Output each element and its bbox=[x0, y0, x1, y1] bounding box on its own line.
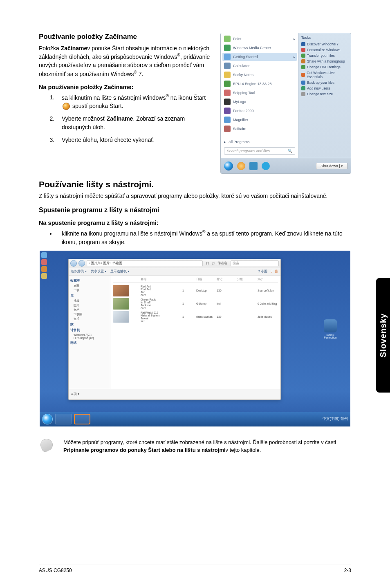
getting-started-subtitle: Na používanie položky Začíname: bbox=[39, 84, 212, 90]
task-homegroup[interactable]: Share with a homegroup bbox=[301, 58, 348, 64]
pencil-note-icon bbox=[38, 437, 55, 453]
start-menu-left-pane: Paint▸ Windows Media Center Getting Star… bbox=[221, 33, 298, 158]
desktop-right-gadget[interactable]: sound Perfection bbox=[321, 319, 340, 339]
taskbar-icon[interactable] bbox=[262, 162, 270, 170]
step-2: Vyberte možnosť Začíname. Zobrazí sa zoz… bbox=[56, 114, 212, 132]
magnifier-icon bbox=[224, 117, 231, 123]
mylogo-icon bbox=[224, 99, 231, 105]
gadget-icon[interactable] bbox=[41, 273, 47, 279]
start-item-mylogo[interactable]: MyLogo bbox=[222, 98, 297, 106]
note-text: Môžete pripnúť programy, ktoré chcete ma… bbox=[63, 439, 351, 454]
side-grp-home[interactable]: 家 bbox=[70, 323, 108, 327]
start-item-epu[interactable]: EPU-4 Engine 13.38.28 bbox=[222, 80, 297, 88]
task-add-users[interactable]: Add new users bbox=[301, 85, 348, 91]
launch-bullet: kliknite na ikonu programu na lište s ná… bbox=[56, 229, 351, 247]
wmc-icon bbox=[224, 45, 231, 51]
taskbar-pinned-button[interactable] bbox=[55, 414, 72, 424]
start-item-calculator[interactable]: Calculator bbox=[222, 62, 297, 70]
start-item-wmc[interactable]: Windows Media Center bbox=[222, 44, 297, 52]
start-item-snipping[interactable]: Snipping Tool bbox=[222, 89, 297, 97]
start-item-sticky-notes[interactable]: Sticky Notes bbox=[222, 71, 297, 79]
file-row[interactable]: Green PadsIn SnuffJacksoncom 1 Gdkrmp In… bbox=[113, 297, 278, 310]
snipping-icon bbox=[224, 90, 231, 96]
launch-from-taskbar-title: Spustenie programu z lišty s nástrojmi bbox=[39, 206, 351, 214]
desktop-screenshot: sound Perfection › 图片库 › 图片 › 书籍图 日月作者名 … bbox=[40, 251, 350, 426]
start-item-getting-started[interactable]: Getting Started▸ bbox=[222, 53, 297, 61]
explorer-statusbar: 4 项 ▾ bbox=[69, 389, 280, 399]
task-icon bbox=[301, 42, 305, 46]
taskbar-icon[interactable] bbox=[237, 162, 245, 170]
gadget-icon[interactable] bbox=[41, 259, 47, 265]
toolbar-slideshow[interactable]: 显示连播机 ▾ bbox=[110, 269, 129, 274]
start-item-magnifier[interactable]: Magnifier bbox=[222, 116, 297, 124]
desktop-gadget-strip bbox=[41, 252, 48, 297]
task-backup[interactable]: Back up your files bbox=[301, 80, 348, 85]
file-row[interactable]: Red AntRed AntJancom 1 Desktop 130 Sourc… bbox=[113, 284, 278, 297]
section-getting-started-text: Používanie položky Začíname Položka Začí… bbox=[39, 33, 212, 174]
gadget-icon[interactable] bbox=[41, 266, 47, 272]
windows-taskbar: 中文(中国) 范例 bbox=[40, 412, 350, 426]
task-personalize[interactable]: Personalize Windows bbox=[301, 47, 348, 53]
tasks-title: Tasks bbox=[301, 36, 348, 40]
footer-page-number: 2-3 bbox=[344, 568, 351, 573]
sound-perfection-icon bbox=[324, 319, 337, 332]
launch-from-taskbar-subtitle: Na spustenie programu z lišty s nástrojm… bbox=[39, 220, 351, 226]
shutdown-button[interactable]: Shut down | ▾ bbox=[316, 163, 347, 169]
gadget-icon[interactable] bbox=[41, 252, 47, 258]
side-grp-favorites[interactable]: 收藏夹 bbox=[70, 279, 108, 283]
start-orb-button[interactable] bbox=[42, 414, 53, 424]
task-icon bbox=[301, 48, 305, 52]
section-getting-started: Používanie položky Začíname Položka Začí… bbox=[39, 33, 351, 174]
start-item-solitaire[interactable]: Solitaire bbox=[222, 125, 297, 133]
taskbar-icon[interactable] bbox=[249, 162, 258, 170]
paint-icon bbox=[224, 36, 231, 42]
side-item[interactable]: 下载照 bbox=[70, 312, 108, 316]
language-side-tab: Slovensky bbox=[376, 278, 390, 393]
pin-programs-note: Môžete pripnúť programy, ktoré chcete ma… bbox=[39, 439, 351, 454]
file-row[interactable]: Rail Wabi 612Natural SystemJakratset 1 d… bbox=[113, 310, 278, 323]
side-grp-libraries[interactable]: 库 bbox=[70, 294, 108, 298]
task-live-essentials[interactable]: Get Windows Live Essentials bbox=[301, 70, 348, 80]
step-1: sa kliknutím na lište s nástrojmi Window… bbox=[56, 93, 212, 111]
side-item[interactable]: 视频 bbox=[70, 299, 108, 303]
nav-forward-button[interactable] bbox=[78, 260, 85, 267]
side-item[interactable]: 图片 bbox=[70, 303, 108, 307]
side-grp-network[interactable]: 网络 bbox=[70, 341, 108, 345]
side-item[interactable]: 下载 bbox=[70, 288, 108, 292]
side-item[interactable]: 音乐 bbox=[70, 317, 108, 321]
location-bar[interactable]: › 图片库 › 图片 › 书籍图 bbox=[87, 260, 203, 266]
start-all-programs[interactable]: ▸All Programs bbox=[222, 138, 297, 146]
taskbar-active-button[interactable] bbox=[74, 414, 90, 424]
task-uac[interactable]: Change UAC settings bbox=[301, 64, 348, 70]
all-programs-arrow-icon: ▸ bbox=[224, 140, 226, 144]
start-item-fonttaq[interactable]: Fonttaq2000 bbox=[222, 107, 297, 115]
explorer-search-input[interactable]: 搜索 bbox=[231, 260, 279, 266]
task-discover-win7[interactable]: Discover Windows 7 bbox=[301, 41, 348, 47]
side-item[interactable]: 文档 bbox=[70, 308, 108, 312]
calculator-icon bbox=[224, 63, 231, 69]
nav-back-button[interactable] bbox=[70, 260, 77, 267]
start-item-paint[interactable]: Paint▸ bbox=[222, 35, 297, 43]
task-transfer[interactable]: Transfer your files bbox=[301, 53, 348, 58]
side-grp-computer[interactable]: 计算机 bbox=[70, 328, 108, 332]
toolbar-share[interactable]: 共享设置 ▾ bbox=[91, 269, 106, 274]
language-side-label: Slovensky bbox=[379, 313, 388, 357]
start-menu-tasks-pane: Tasks Discover Windows 7 Personalize Win… bbox=[298, 33, 351, 158]
toolbar-extra[interactable]: 广告 bbox=[271, 269, 278, 274]
task-text-size[interactable]: Change text size bbox=[301, 91, 348, 97]
getting-started-paragraph: Položka Začínamev ponuke Štart obsahuje … bbox=[39, 44, 212, 78]
sound-perfection-label: sound Perfection bbox=[321, 333, 340, 339]
side-item[interactable]: HP Support (D:) bbox=[70, 337, 108, 339]
fonttaq-icon bbox=[224, 108, 231, 114]
toolbar-viewcount: 2 小图 bbox=[258, 269, 267, 274]
launch-from-taskbar-list: kliknite na ikonu programu na lište s ná… bbox=[39, 229, 351, 247]
system-tray[interactable]: 中文(中国) 范例 bbox=[323, 416, 348, 422]
explorer-column-headers[interactable]: 名称 日期 标记 分级 大小 bbox=[113, 277, 278, 283]
task-icon bbox=[301, 86, 305, 90]
toolbar-organize[interactable]: 组织排列 ▾ bbox=[71, 269, 87, 274]
side-item[interactable]: 桌面 bbox=[70, 284, 108, 288]
start-orb-icon[interactable] bbox=[224, 162, 233, 171]
start-search-input[interactable]: Search programs and files🔍 bbox=[224, 147, 295, 155]
side-item[interactable]: Windows7(C:) bbox=[70, 333, 108, 336]
footer-product: ASUS CG8250 bbox=[39, 568, 72, 573]
